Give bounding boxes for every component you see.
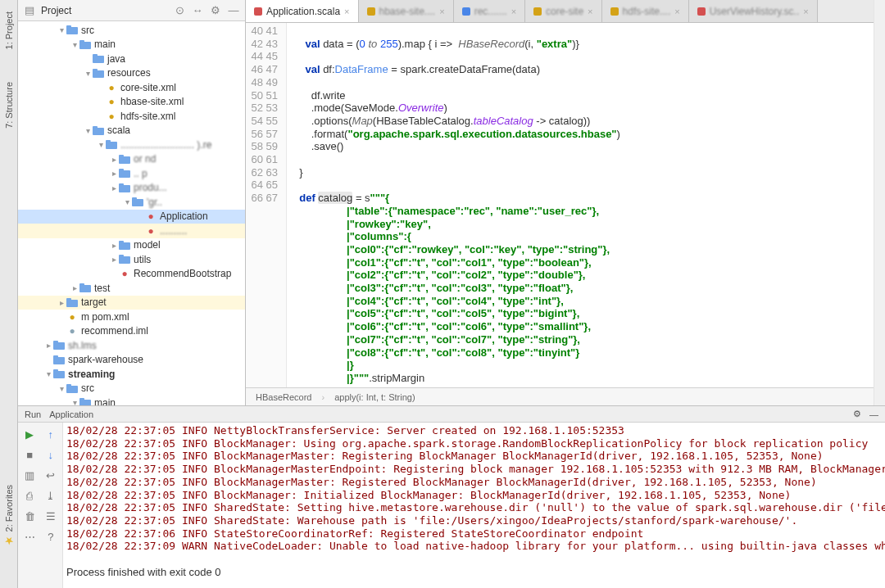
editor-tab[interactable]: rec.......× (454, 0, 525, 22)
tree-row[interactable]: ▸or nd (18, 152, 245, 167)
up-button[interactable]: ↑ (41, 424, 61, 444)
editor-area: Application.scala×hbase-site....×rec....… (246, 0, 885, 405)
tree-row[interactable]: ▾streaming (18, 367, 245, 382)
stop-button[interactable]: ■ (20, 445, 40, 464)
tree-row[interactable]: ▾main (18, 396, 245, 405)
hide-icon[interactable]: — (227, 4, 240, 17)
wrap-button[interactable]: ↩ (41, 465, 61, 485)
tree-row[interactable]: ▸model (18, 238, 245, 253)
rerun-button[interactable]: ▶ (20, 424, 40, 444)
structure-tool-tab[interactable]: 7: Structure (4, 82, 14, 129)
project-pane-header: ▤ Project ⊙ ↔ ⚙ — (18, 0, 245, 21)
run-tool-window: Run Application ⚙ — ▶ ↑ ■ ↓ ▥ ↩ ⎙ ⤓ 🗑 ☰ … (18, 405, 885, 588)
editor-tab[interactable]: hdfs-site....× (602, 0, 689, 22)
tree-row[interactable]: ▾'gr.. (18, 195, 245, 210)
console-output[interactable]: 18/02/28 22:37:05 INFO NettyBlockTransfe… (63, 423, 885, 588)
tree-row[interactable]: ▾........................... ).re (18, 138, 245, 152)
tree-row[interactable]: java (18, 52, 245, 66)
editor-tab[interactable]: UserViewHistory.sc..× (689, 0, 818, 22)
tree-row[interactable]: ▸sh.lms (18, 338, 245, 353)
chevron-right-icon: › (321, 392, 324, 402)
tree-row[interactable]: spark-warehouse (18, 353, 245, 368)
filter-button[interactable]: ☰ (41, 506, 61, 526)
tree-row[interactable]: ●hdfs-site.xml (18, 109, 245, 124)
svg-rect-3 (79, 40, 84, 43)
gear-icon[interactable]: ⚙ (209, 4, 222, 17)
clear-button[interactable]: 🗑 (20, 506, 40, 526)
svg-rect-11 (106, 140, 111, 143)
project-pane: ▤ Project ⊙ ↔ ⚙ — ▾src▾mainjava▾resource… (18, 0, 246, 405)
project-icon: ▤ (23, 4, 36, 17)
editor-tab[interactable]: core-site× (525, 0, 601, 22)
close-icon[interactable]: × (674, 7, 679, 16)
tree-row[interactable]: ●RecommendBootstrap (18, 267, 245, 282)
collapse-icon[interactable]: ↔ (191, 4, 204, 17)
svg-rect-17 (119, 183, 124, 187)
scroll-button[interactable]: ⤓ (41, 486, 61, 505)
locate-icon[interactable]: ⊙ (173, 4, 186, 17)
close-icon[interactable]: × (588, 7, 592, 16)
gear-icon[interactable]: ⚙ (853, 409, 861, 419)
project-pane-title: Project (41, 5, 71, 16)
help-button[interactable]: ? (41, 527, 61, 546)
close-icon[interactable]: × (344, 7, 349, 16)
breadcrumb-class[interactable]: HBaseRecord (256, 392, 311, 402)
layout-button[interactable]: ▥ (20, 465, 40, 485)
svg-rect-13 (119, 155, 124, 158)
hide-icon[interactable]: — (869, 409, 878, 419)
breadcrumb-bar: HBaseRecord › apply(i: Int, t: String) (246, 387, 885, 405)
editor-scrollbar[interactable] (874, 0, 885, 405)
svg-rect-31 (53, 355, 58, 359)
svg-rect-5 (93, 54, 98, 57)
editor-tab[interactable]: Application.scala× (246, 0, 359, 22)
breadcrumb-method[interactable]: apply(i: Int, t: String) (334, 392, 415, 402)
svg-rect-35 (66, 384, 71, 387)
tree-row[interactable]: ▾resources (18, 66, 245, 81)
tree-row[interactable]: ▸utils (18, 252, 245, 267)
svg-rect-33 (53, 369, 58, 373)
pin-button[interactable]: ⎙ (20, 486, 40, 505)
tree-row[interactable]: ▾src (18, 23, 245, 38)
svg-rect-37 (79, 398, 84, 401)
svg-rect-23 (119, 255, 124, 258)
svg-rect-19 (132, 197, 137, 201)
tree-row[interactable]: ●recommend.iml (18, 324, 245, 339)
tree-row[interactable]: ●m pom.xml (18, 310, 245, 324)
editor-tab[interactable]: hbase-site....× (359, 0, 454, 22)
close-icon[interactable]: × (511, 7, 516, 16)
run-config-name[interactable]: Application (49, 409, 93, 419)
editor-tab-bar: Application.scala×hbase-site....×rec....… (246, 0, 885, 23)
svg-rect-21 (119, 241, 124, 244)
svg-rect-1 (66, 25, 71, 29)
run-tab-label[interactable]: Run (25, 409, 41, 419)
tree-row[interactable]: ●core-site.xml (18, 80, 245, 95)
svg-rect-15 (119, 169, 124, 172)
svg-rect-9 (93, 126, 98, 129)
tree-row[interactable]: ●.......... (18, 224, 245, 238)
run-header: Run Application ⚙ — (18, 406, 885, 423)
down-button[interactable]: ↓ (41, 445, 61, 464)
svg-rect-7 (93, 69, 98, 72)
svg-rect-25 (79, 283, 84, 287)
run-toolbar: ▶ ↑ ■ ↓ ▥ ↩ ⎙ ⤓ 🗑 ☰ ⋯ ? (18, 423, 63, 588)
svg-rect-29 (53, 341, 58, 344)
tree-row[interactable]: ●Application (18, 210, 245, 224)
favorites-tool-tab[interactable]: ★2: Favorites (2, 485, 15, 547)
line-gutter: 40 41 42 43 44 45 46 47 48 49 50 51 52 5… (246, 23, 287, 387)
tree-row[interactable]: ▸target (18, 296, 245, 310)
left-tool-rail: 1: Project 7: Structure ★2: Favorites (0, 0, 18, 588)
tree-row[interactable]: ▾main (18, 38, 245, 52)
settings-button[interactable]: ⋯ (20, 527, 40, 546)
project-tree[interactable]: ▾src▾mainjava▾resources●core-site.xml●hb… (18, 21, 245, 405)
close-icon[interactable]: × (803, 7, 808, 16)
tree-row[interactable]: ▸test (18, 281, 245, 296)
code-editor[interactable]: 40 41 42 43 44 45 46 47 48 49 50 51 52 5… (246, 23, 885, 387)
tree-row[interactable]: ▾scala (18, 124, 245, 138)
tree-row[interactable]: ▾src (18, 382, 245, 396)
close-icon[interactable]: × (439, 7, 444, 16)
code-content[interactable]: val data = (0 to 255).map { i => HBaseRe… (287, 23, 885, 387)
tree-row[interactable]: ▸.. p (18, 166, 245, 181)
tree-row[interactable]: ▸produ... (18, 181, 245, 196)
project-tool-tab[interactable]: 1: Project (4, 11, 14, 49)
tree-row[interactable]: ●hbase-site.xml (18, 95, 245, 110)
